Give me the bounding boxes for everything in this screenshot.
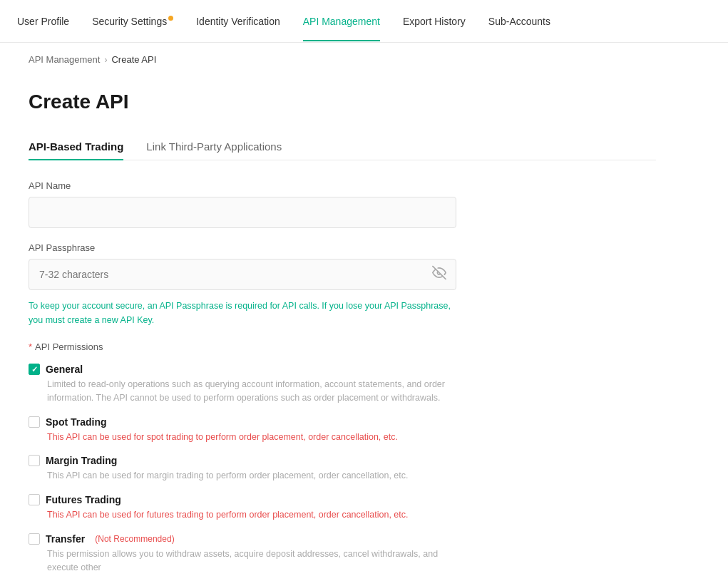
- nav-identity-verification[interactable]: Identity Verification: [196, 1, 280, 41]
- permission-transfer-desc: This permission allows you to withdraw a…: [47, 547, 446, 575]
- page-title: Create API: [29, 91, 656, 113]
- permission-futures-trading-desc: This API can be used for futures trading…: [47, 508, 446, 522]
- not-recommended-badge: (Not Recommended): [95, 534, 174, 544]
- nav-export-history[interactable]: Export History: [403, 1, 466, 41]
- top-nav: User Profile Security Settings Identity …: [0, 0, 728, 43]
- permission-spot-trading-name: Spot Trading: [46, 416, 107, 428]
- permissions-label: *API Permissions: [29, 341, 656, 352]
- api-passphrase-input[interactable]: [29, 259, 456, 290]
- permission-margin-trading-desc: This API can be used for margin trading …: [47, 469, 446, 483]
- checkbox-general[interactable]: [29, 364, 40, 375]
- permission-transfer: Transfer (Not Recommended) This permissi…: [29, 533, 656, 575]
- checkbox-transfer[interactable]: [29, 533, 40, 545]
- checkbox-futures-trading[interactable]: [29, 494, 40, 505]
- tabs: API-Based Trading Link Third-Party Appli…: [29, 133, 656, 160]
- nav-user-profile[interactable]: User Profile: [17, 1, 69, 41]
- permission-spot-trading-desc: This API can be used for spot trading to…: [47, 431, 446, 444]
- checkbox-margin-trading[interactable]: [29, 455, 40, 466]
- breadcrumb: API Management › Create API: [0, 43, 728, 76]
- breadcrumb-parent-link[interactable]: API Management: [29, 54, 100, 65]
- breadcrumb-separator: ›: [104, 55, 107, 65]
- permission-general: General Limited to read-only operations …: [29, 364, 656, 405]
- checkbox-spot-trading[interactable]: [29, 416, 40, 428]
- permission-futures-trading-name: Futures Trading: [46, 494, 121, 505]
- main-content: Create API API-Based Trading Link Third-…: [0, 76, 685, 581]
- required-indicator: *: [29, 341, 32, 352]
- api-name-label: API Name: [29, 180, 656, 191]
- permission-margin-trading: Margin Trading This API can be used for …: [29, 455, 656, 483]
- nav-sub-accounts[interactable]: Sub-Accounts: [488, 1, 550, 41]
- permission-spot-trading: Spot Trading This API can be used for sp…: [29, 416, 656, 444]
- permission-general-desc: Limited to read-only operations such as …: [47, 378, 446, 405]
- security-badge: [168, 16, 173, 21]
- passphrase-info-text: To keep your account secure, an API Pass…: [29, 299, 456, 327]
- tab-link-third-party[interactable]: Link Third-Party Applications: [146, 133, 282, 160]
- toggle-password-icon[interactable]: [432, 266, 446, 284]
- tab-api-based-trading[interactable]: API-Based Trading: [29, 133, 123, 160]
- permission-transfer-name: Transfer: [46, 533, 85, 545]
- passphrase-wrapper: [29, 259, 456, 290]
- permission-general-name: General: [46, 364, 83, 375]
- api-passphrase-section: API Passphrase To keep your account secu…: [29, 242, 656, 327]
- breadcrumb-current: Create API: [111, 54, 156, 65]
- api-name-section: API Name: [29, 180, 656, 228]
- permission-futures-trading: Futures Trading This API can be used for…: [29, 494, 656, 522]
- permission-margin-trading-name: Margin Trading: [46, 455, 117, 466]
- api-name-input[interactable]: [29, 197, 456, 228]
- nav-security-settings[interactable]: Security Settings: [92, 1, 173, 41]
- api-passphrase-label: API Passphrase: [29, 242, 656, 253]
- nav-api-management[interactable]: API Management: [303, 1, 380, 41]
- permissions-section: *API Permissions General Limited to read…: [29, 341, 656, 574]
